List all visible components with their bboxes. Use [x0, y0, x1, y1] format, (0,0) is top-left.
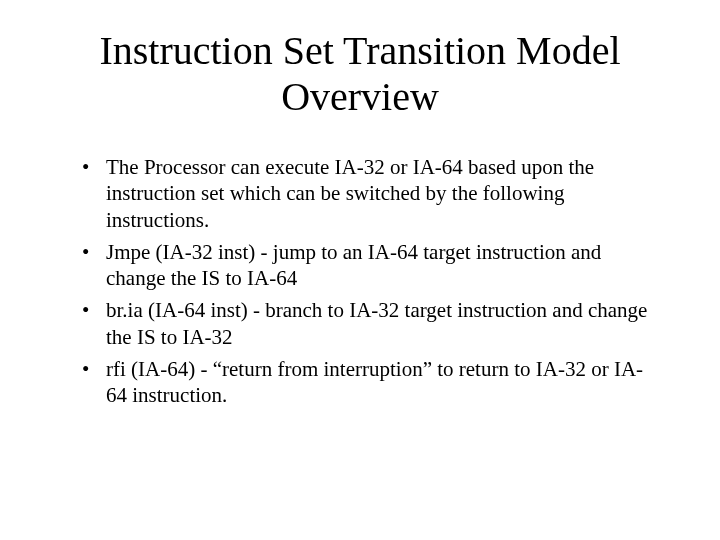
- list-item: rfi (IA-64) - “return from interruption”…: [88, 356, 660, 409]
- list-item: The Processor can execute IA-32 or IA-64…: [88, 154, 660, 233]
- slide-title: Instruction Set Transition Model Overvie…: [60, 28, 660, 120]
- list-item: br.ia (IA-64 inst) - branch to IA-32 tar…: [88, 297, 660, 350]
- list-item: Jmpe (IA-32 inst) - jump to an IA-64 tar…: [88, 239, 660, 292]
- slide-container: Instruction Set Transition Model Overvie…: [0, 0, 720, 540]
- bullet-list: The Processor can execute IA-32 or IA-64…: [60, 154, 660, 408]
